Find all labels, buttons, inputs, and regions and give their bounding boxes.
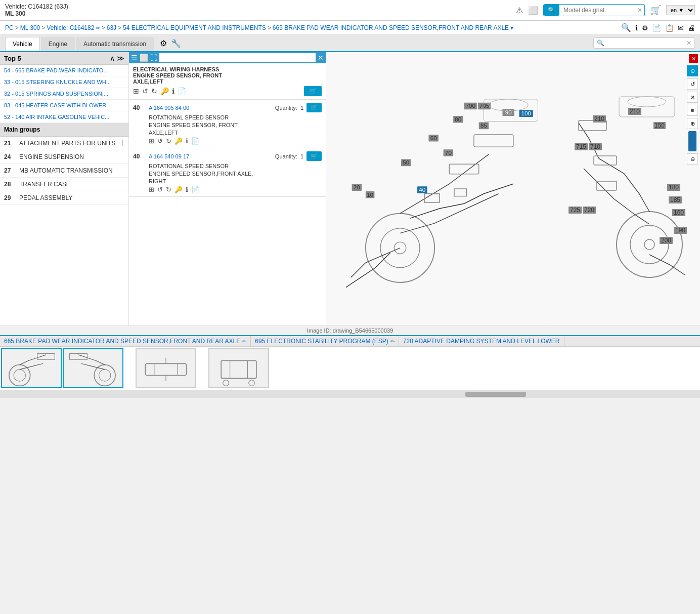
add-cart-button-partial[interactable]: 🛒 [304, 86, 322, 96]
parts-close-icon[interactable]: ✕ [318, 54, 324, 62]
thumb-label-665: 665 BRAKE PAD WEAR INDICATOR AND SPEED S… [4, 338, 240, 345]
thumb-edit-icon-665[interactable]: ✏ [242, 339, 246, 344]
sep5: > [268, 24, 271, 31]
part-name-partial: ELECTRICAL WIRING HARNESSENGINE SPEED SE… [133, 66, 322, 85]
main-group-29[interactable]: 29 PEDAL ASSEMBLY [0, 191, 128, 205]
info-icon[interactable]: ℹ [635, 24, 638, 32]
bike-icon[interactable]: 🔧 [171, 38, 181, 48]
svg-point-41 [644, 239, 654, 250]
breadcrumb-vehicle[interactable]: Vehicle: C164182 ✏ [47, 24, 100, 31]
diagram-rotate-button[interactable]: ↺ [687, 78, 698, 90]
refresh2-icon-1[interactable]: ↻ [166, 186, 171, 193]
part-number-0[interactable]: A 164 905 84 00 [149, 105, 272, 111]
tab-search-input[interactable] [607, 38, 683, 48]
group-num-21: 21 [4, 140, 19, 147]
breadcrumb-ml300[interactable]: ML 300 [20, 24, 40, 31]
zoom-in-icon[interactable]: 🔍 [621, 23, 631, 32]
main-group-28[interactable]: 28 TRANSFER CASE [0, 178, 128, 191]
diagram-zoom-in-button[interactable]: ⊕ [687, 118, 698, 129]
mail-icon[interactable]: ✉ [678, 24, 684, 32]
info-icon-1[interactable]: ℹ [186, 186, 188, 193]
thumbnail-720[interactable] [208, 348, 269, 388]
scrollbar-thumb[interactable] [465, 392, 526, 397]
doc-icon-1[interactable]: 📄 [191, 186, 199, 193]
tab-search-button[interactable]: 🔍 [594, 38, 607, 48]
key-icon-0[interactable]: 🔑 [174, 137, 183, 145]
add-cart-button-0[interactable]: 🛒 [307, 103, 322, 112]
top5-expand-icon[interactable]: ≫ [117, 54, 124, 62]
print-icon[interactable]: 🖨 [688, 24, 695, 32]
svg-rect-9 [474, 135, 513, 147]
refresh2-icon-partial[interactable]: ↻ [151, 87, 157, 95]
diagram-close-button[interactable]: ✕ [689, 54, 698, 63]
grid-icon-1[interactable]: ⊞ [149, 186, 154, 193]
thumbnail-665-2[interactable] [63, 348, 123, 388]
breadcrumb-electrical[interactable]: 54 ELECTRICAL EQUIPMENT AND INSTRUMENTS [123, 24, 266, 31]
thumb-section-695[interactable]: 695 ELECTRONIC STABILITY PROGRAM (ESP) ✏ [251, 336, 399, 346]
breadcrumb-pc[interactable]: PC [5, 24, 14, 31]
list-icon[interactable]: ☰ [131, 54, 138, 62]
language-select[interactable]: en ▼ [666, 5, 695, 15]
thumbnail-665-1[interactable] [1, 348, 62, 388]
svg-rect-82 [221, 361, 256, 379]
thumb-section-665[interactable]: 665 BRAKE PAD WEAR INDICATOR AND SPEED S… [0, 336, 251, 346]
top5-item-0[interactable]: 54 - 665 BRAKE PAD WEAR INDICATO... [0, 65, 128, 76]
top5-collapse-icon[interactable]: ∧ [110, 54, 115, 62]
key-icon-partial[interactable]: 🔑 [160, 87, 169, 95]
refresh-icon-0[interactable]: ↺ [157, 137, 163, 145]
tab-vehicle[interactable]: Vehicle [5, 37, 40, 51]
refresh-icon-1[interactable]: ↺ [157, 186, 163, 193]
top5-item-3[interactable]: 83 - 045 HEATER CASE WITH BLOWER [0, 100, 128, 111]
filter-icon[interactable]: ⚙ [642, 24, 648, 32]
expand-icon[interactable]: ⬜ [140, 54, 148, 62]
model-search-input[interactable] [559, 5, 635, 16]
refresh2-icon-0[interactable]: ↻ [166, 137, 171, 145]
tab-engine[interactable]: Engine [41, 37, 75, 51]
cart-icon[interactable]: 🛒 [650, 5, 661, 16]
warning-icon[interactable]: ⚠ [516, 6, 523, 15]
tab-automatic-transmission[interactable]: Automatic transmission [76, 37, 154, 51]
doc-icon[interactable]: 📄 [652, 24, 661, 32]
doc-icon-0[interactable]: 📄 [191, 137, 199, 145]
doc-icon-partial[interactable]: 📄 [178, 87, 186, 95]
tab-search-clear[interactable]: ✕ [683, 38, 694, 48]
part-number-1[interactable]: A 164 540 09 17 [149, 153, 272, 159]
thumb-section-720[interactable]: 720 ADAPTIVE DAMPING SYSTEM AND LEVEL LO… [399, 336, 564, 346]
wis-icon[interactable]: 📋 [665, 24, 674, 32]
grid-icon-0[interactable]: ⊞ [149, 137, 154, 145]
settings-icon[interactable]: ⚙ [160, 38, 167, 48]
thumb-edit-icon-695[interactable]: ✏ [390, 339, 395, 344]
sep3: > [102, 24, 105, 31]
refresh-icon-partial[interactable]: ↺ [142, 87, 148, 95]
svg-text:50: 50 [403, 159, 409, 166]
top5-item-2[interactable]: 32 - 015 SPRINGS AND SUSPENSION,... [0, 88, 128, 100]
top5-item-1[interactable]: 33 - 015 STEERING KNUCKLE AND WH... [0, 76, 128, 88]
main-group-21[interactable]: 21 ATTACHMENT PARTS FOR UNITS │ [0, 137, 128, 150]
diagram-zoom-out-button[interactable]: ⊖ [687, 153, 698, 165]
horizontal-scrollbar[interactable] [0, 390, 700, 398]
fullscreen-icon[interactable]: ⛶ [150, 54, 157, 62]
info-icon-0[interactable]: ℹ [186, 137, 188, 145]
breadcrumb-665[interactable]: 665 BRAKE PAD WEAR INDICATOR AND SPEED S… [273, 24, 514, 31]
diagram-cross-button[interactable]: ✕ [687, 92, 698, 103]
main-group-27[interactable]: 27 MB AUTOMATIC TRANSMISSION [0, 164, 128, 178]
info-icon-partial[interactable]: ℹ [172, 87, 174, 95]
key-icon-1[interactable]: 🔑 [174, 186, 183, 193]
top5-item-4[interactable]: 52 - 140 AIR INTAKE,GASOLINE VEHIC... [0, 111, 128, 123]
diagram-sync-button[interactable]: ⊙ [687, 65, 698, 76]
main-group-24[interactable]: 24 ENGINE SUSPENSION [0, 150, 128, 164]
svg-text:210: 210 [594, 115, 604, 122]
breadcrumb-63j[interactable]: 63J [107, 24, 116, 31]
model-name: ML 300 [5, 10, 68, 17]
clear-search-icon[interactable]: ✕ [635, 7, 644, 14]
part-actions-0: ⊞ ↺ ↻ 🔑 ℹ 📄 [133, 137, 322, 145]
diagram-list-button[interactable]: ≡ [687, 105, 698, 116]
add-cart-button-1[interactable]: 🛒 [307, 151, 322, 161]
parts-search-input[interactable] [159, 53, 316, 62]
svg-text:710: 710 [590, 143, 600, 150]
grid-icon-partial[interactable]: ⊞ [133, 87, 139, 95]
thumbnail-695[interactable] [136, 348, 196, 388]
model-search-button[interactable]: 🔍 [544, 5, 559, 16]
copy-icon[interactable]: ⬜ [528, 6, 538, 15]
cart-btn-partial: 🛒 [304, 86, 322, 96]
